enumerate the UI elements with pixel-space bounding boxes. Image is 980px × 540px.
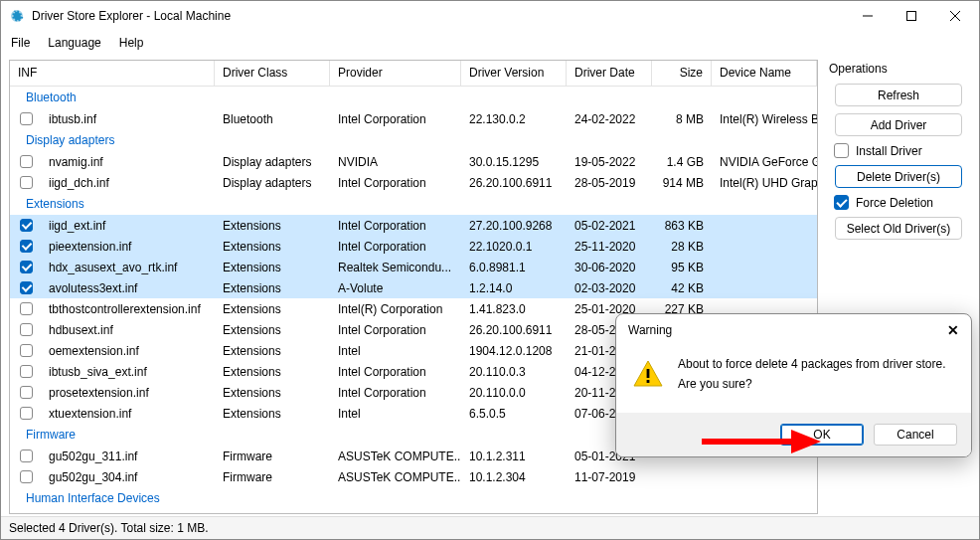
row-checkbox[interactable] [20,407,33,420]
dialog-close-icon[interactable]: ✕ [947,322,959,338]
col-driver-version[interactable]: Driver Version [461,61,567,86]
row-checkbox[interactable] [20,261,33,273]
group-extensions[interactable]: Extensions [10,193,817,215]
table-row[interactable]: iigd_dch.infDisplay adaptersIntel Corpor… [10,172,817,193]
menu-bar: File Language Help [1,31,979,54]
svg-rect-0 [907,12,916,21]
col-size[interactable]: Size [652,61,712,86]
menu-file[interactable]: File [11,36,30,50]
table-row[interactable]: pieextension.infExtensionsIntel Corporat… [10,236,817,257]
row-checkbox[interactable] [20,386,33,399]
table-row[interactable]: gu502gu_304.infFirmwareASUSTeK COMPUTE..… [10,466,817,487]
row-checkbox[interactable] [20,302,33,315]
table-row[interactable]: hdx_asusext_avo_rtk.infExtensionsRealtek… [10,257,817,277]
refresh-button[interactable]: Refresh [835,84,962,106]
grid-header: INF Driver Class Provider Driver Version… [10,61,817,87]
table-row[interactable]: ibtusb.infBluetoothIntel Corporation22.1… [10,108,817,129]
col-inf[interactable]: INF [10,61,215,86]
cancel-button[interactable]: Cancel [874,424,957,446]
table-row[interactable]: iigd_ext.infExtensionsIntel Corporation2… [10,215,817,236]
svg-rect-2 [647,380,650,383]
add-driver-button[interactable]: Add Driver [835,113,962,136]
row-checkbox[interactable] [20,281,33,294]
close-button[interactable] [933,1,977,31]
group-display[interactable]: Display adapters [10,129,817,151]
dialog-buttons: OK Cancel [616,413,971,456]
row-checkbox[interactable] [20,365,33,378]
group-bluetooth[interactable]: Bluetooth [10,87,817,108]
window-buttons [846,1,977,31]
row-checkbox[interactable] [20,112,33,125]
menu-language[interactable]: Language [48,36,100,50]
status-text: Selected 4 Driver(s). Total size: 1 MB. [9,521,209,535]
row-checkbox[interactable] [20,155,33,168]
minimize-button[interactable] [846,1,890,31]
warning-dialog: Warning ✕ About to force delete 4 packag… [615,313,972,457]
install-driver-checkbox[interactable]: Install Driver [834,143,971,158]
row-checkbox[interactable] [20,344,33,357]
group-hid[interactable]: Human Interface Devices [10,487,817,509]
dialog-title: Warning [628,323,672,337]
ops-title: Operations [826,62,971,76]
menu-help[interactable]: Help [119,36,144,50]
row-checkbox[interactable] [20,323,33,336]
table-row[interactable]: nvamig.infDisplay adaptersNVIDIA30.0.15.… [10,151,817,172]
ok-button[interactable]: OK [780,424,864,446]
dialog-titlebar: Warning ✕ [616,314,971,346]
col-driver-class[interactable]: Driver Class [215,61,330,86]
row-checkbox[interactable] [20,240,33,253]
select-old-drivers-button[interactable]: Select Old Driver(s) [835,217,962,240]
window-title: Driver Store Explorer - Local Machine [32,9,846,23]
row-checkbox[interactable] [20,176,33,189]
row-checkbox[interactable] [20,470,33,483]
row-checkbox[interactable] [20,219,33,232]
svg-rect-1 [647,369,650,378]
force-deletion-checkbox[interactable]: Force Deletion [834,195,971,210]
col-driver-date[interactable]: Driver Date [567,61,652,86]
app-icon [9,8,25,24]
table-row[interactable]: avolutess3ext.infExtensionsA-Volute1.2.1… [10,277,817,298]
delete-drivers-button[interactable]: Delete Driver(s) [835,165,962,188]
status-bar: Selected 4 Driver(s). Total size: 1 MB. [1,516,979,539]
title-bar: Driver Store Explorer - Local Machine [1,1,979,31]
col-provider[interactable]: Provider [330,61,461,86]
maximize-button[interactable] [890,1,933,31]
dialog-text: About to force delete 4 packages from dr… [678,354,945,395]
warning-icon [632,358,664,390]
row-checkbox[interactable] [20,450,33,462]
col-device-name[interactable]: Device Name [712,61,817,86]
